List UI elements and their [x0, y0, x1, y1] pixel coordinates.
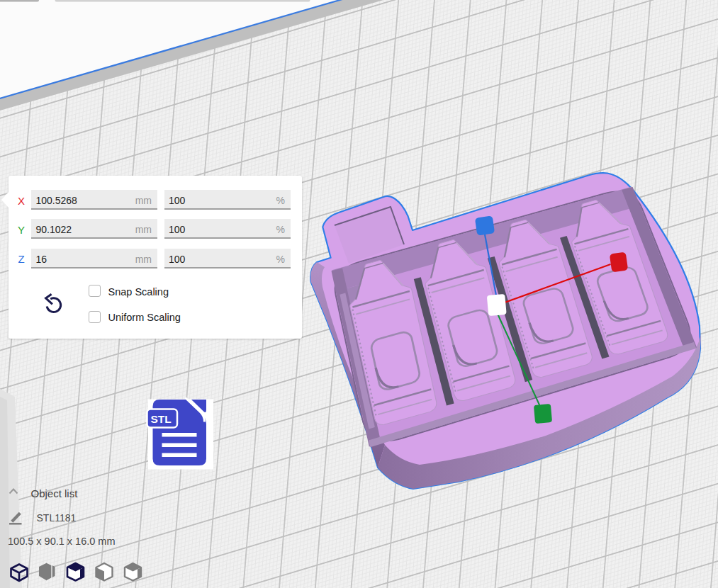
svg-text:STL: STL	[151, 413, 172, 425]
